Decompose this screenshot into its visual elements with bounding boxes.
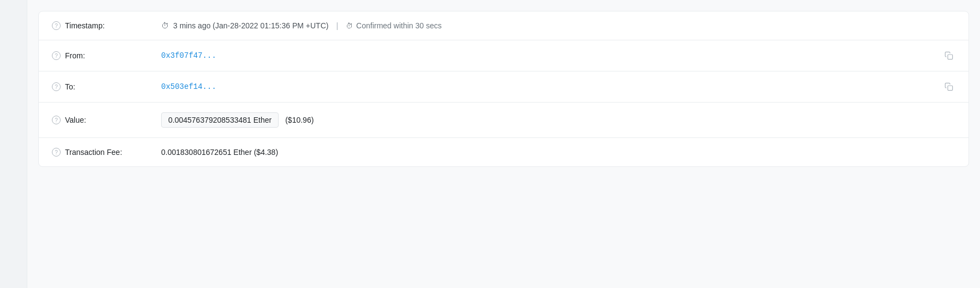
fee-label: Transaction Fee: bbox=[65, 148, 122, 157]
from-label: From: bbox=[65, 51, 85, 60]
from-copy-button[interactable] bbox=[942, 50, 955, 61]
flash-icon: ⏱ bbox=[346, 22, 353, 30]
svg-rect-1 bbox=[948, 86, 953, 91]
timestamp-label-group: ? Timestamp: bbox=[52, 21, 161, 30]
timestamp-label: Timestamp: bbox=[65, 21, 105, 30]
from-row: ? From: 0x3f07f47... bbox=[39, 40, 969, 71]
to-label: To: bbox=[65, 82, 75, 91]
value-label: Value: bbox=[65, 116, 86, 124]
fee-help-icon[interactable]: ? bbox=[52, 148, 61, 157]
from-label-group: ? From: bbox=[52, 51, 161, 60]
clock-icon: ⏱ bbox=[161, 21, 169, 30]
timestamp-divider: | bbox=[336, 21, 338, 30]
from-address-link[interactable]: 0x3f07f47... bbox=[161, 51, 216, 60]
timestamp-value-group: ⏱ 3 mins ago (Jan-28-2022 01:15:36 PM +U… bbox=[161, 21, 955, 30]
ether-amount-badge: 0.004576379208533481 Ether bbox=[161, 112, 279, 128]
transaction-details-card: ? Timestamp: ⏱ 3 mins ago (Jan-28-2022 0… bbox=[38, 11, 969, 167]
value-row: ? Value: 0.004576379208533481 Ether ($10… bbox=[39, 103, 969, 138]
value-value-group: 0.004576379208533481 Ether ($10.96) bbox=[161, 112, 955, 128]
usd-amount: ($10.96) bbox=[285, 116, 314, 124]
timestamp-help-icon[interactable]: ? bbox=[52, 21, 61, 30]
value-label-group: ? Value: bbox=[52, 116, 161, 124]
to-help-icon[interactable]: ? bbox=[52, 82, 61, 91]
left-sidebar bbox=[0, 0, 27, 178]
timestamp-row: ? Timestamp: ⏱ 3 mins ago (Jan-28-2022 0… bbox=[39, 11, 969, 40]
to-value-group: 0x503ef14... bbox=[161, 81, 955, 92]
fee-value-group: 0.001830801672651 Ether ($4.38) bbox=[161, 148, 955, 157]
timestamp-time: 3 mins ago (Jan-28-2022 01:15:36 PM +UTC… bbox=[173, 21, 328, 30]
main-content: ? Timestamp: ⏱ 3 mins ago (Jan-28-2022 0… bbox=[27, 11, 980, 167]
fee-label-group: ? Transaction Fee: bbox=[52, 148, 161, 157]
value-help-icon[interactable]: ? bbox=[52, 116, 61, 124]
to-row: ? To: 0x503ef14... bbox=[39, 71, 969, 103]
confirmed-text: Confirmed within 30 secs bbox=[356, 21, 441, 30]
to-address-link[interactable]: 0x503ef14... bbox=[161, 82, 216, 91]
svg-rect-0 bbox=[948, 55, 953, 59]
fee-text: 0.001830801672651 Ether ($4.38) bbox=[161, 148, 278, 157]
to-copy-button[interactable] bbox=[942, 81, 955, 92]
confirmed-group: ⏱ Confirmed within 30 secs bbox=[346, 21, 441, 30]
fee-row: ? Transaction Fee: 0.001830801672651 Eth… bbox=[39, 138, 969, 166]
from-help-icon[interactable]: ? bbox=[52, 51, 61, 60]
from-value-group: 0x3f07f47... bbox=[161, 50, 955, 61]
to-label-group: ? To: bbox=[52, 82, 161, 91]
